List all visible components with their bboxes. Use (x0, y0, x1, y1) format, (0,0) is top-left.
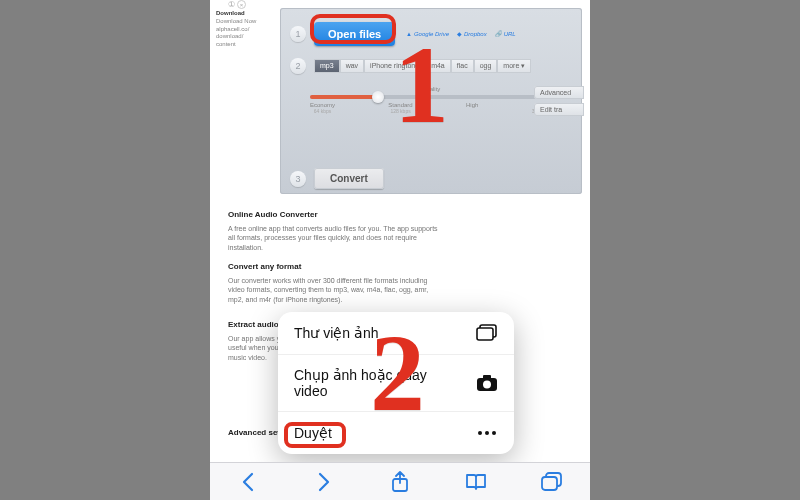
quality-label: Quality (310, 86, 552, 92)
convert-button[interactable]: Convert (314, 168, 384, 189)
format-tab-m4a[interactable]: m4a (425, 59, 451, 73)
dropbox-link[interactable]: ◆ Dropbox (457, 30, 487, 37)
quality-slider-group: Quality Economy64 kbps Standard128 kbps … (310, 86, 552, 114)
advanced-button[interactable]: Advanced (534, 86, 584, 99)
section-paragraph: Our converter works with over 300 differ… (228, 276, 438, 304)
ad-sidebar: Download Download Now alphacell.co/ down… (216, 10, 274, 49)
svg-point-5 (478, 431, 482, 435)
open-files-button[interactable]: Open files (314, 22, 395, 46)
svg-point-7 (492, 431, 496, 435)
section-online-audio-converter: Online Audio Converter A free online app… (228, 210, 438, 252)
ad-line: alphacell.co/ (216, 26, 274, 34)
quality-ticks: Economy64 kbps Standard128 kbps High Bes… (310, 102, 552, 114)
ad-line: Download Now (216, 18, 274, 26)
share-button[interactable] (388, 470, 412, 494)
step-number: 2 (290, 58, 306, 74)
format-tabs: mp3 wav iPhone ringtone m4a flac ogg mor… (314, 59, 531, 73)
edit-track-button[interactable]: Edit tra (534, 103, 584, 116)
format-tab-wav[interactable]: wav (340, 59, 364, 73)
file-picker-popup: Thư viện ảnh Chụp ảnh hoặc quay video Du… (278, 312, 514, 454)
popup-item-label: Duyệt (294, 425, 332, 441)
step-number: 1 (290, 26, 306, 42)
step-1: 1 Open files (290, 22, 395, 46)
forward-button[interactable] (312, 470, 336, 494)
svg-point-6 (485, 431, 489, 435)
bookmarks-button[interactable] (464, 470, 488, 494)
step-2: 2 mp3 wav iPhone ringtone m4a flac ogg m… (290, 58, 531, 74)
format-tab-flac[interactable]: flac (451, 59, 474, 73)
page: ① × Download Download Now alphacell.co/ … (210, 0, 590, 500)
svg-rect-1 (477, 328, 493, 340)
section-paragraph: A free online app that converts audio fi… (228, 224, 438, 252)
cloud-source-links: ▲ Google Drive ◆ Dropbox 🔗 URL (406, 30, 516, 37)
svg-rect-3 (483, 375, 491, 379)
ad-line: content (216, 41, 274, 49)
popup-take-photo-video[interactable]: Chụp ảnh hoặc quay video (278, 354, 514, 411)
format-tab-mp3[interactable]: mp3 (314, 59, 340, 73)
ad-marker: ① × (228, 0, 246, 9)
google-drive-link[interactable]: ▲ Google Drive (406, 30, 449, 37)
phone-frame: ① × Download Download Now alphacell.co/ … (210, 0, 590, 500)
popup-photo-library[interactable]: Thư viện ảnh (278, 312, 514, 354)
tabs-button[interactable] (540, 470, 564, 494)
quality-fill (310, 95, 378, 99)
camera-icon (476, 374, 498, 392)
back-button[interactable] (236, 470, 260, 494)
format-tab-ogg[interactable]: ogg (474, 59, 498, 73)
side-buttons: Advanced Edit tra (534, 86, 584, 116)
step-number: 3 (290, 171, 306, 187)
format-tab-more[interactable]: more ▾ (497, 59, 531, 73)
photo-library-icon (476, 324, 498, 342)
url-link[interactable]: 🔗 URL (495, 30, 516, 37)
popup-browse[interactable]: Duyệt (278, 411, 514, 454)
ad-download-title: Download (216, 10, 274, 18)
svg-point-4 (483, 381, 491, 389)
converter-card: 1 Open files ▲ Google Drive ◆ Dropbox 🔗 … (280, 8, 582, 194)
section-heading: Convert any format (228, 262, 438, 273)
section-heading: Online Audio Converter (228, 210, 438, 221)
format-tab-iphone[interactable]: iPhone ringtone (364, 59, 425, 73)
safari-toolbar (210, 462, 590, 500)
popup-item-label: Thư viện ảnh (294, 325, 379, 341)
step-3: 3 Convert (290, 168, 384, 189)
popup-item-label: Chụp ảnh hoặc quay video (294, 367, 454, 399)
ad-info-icon: ① (228, 0, 235, 9)
section-convert-any-format: Convert any format Our converter works w… (228, 262, 438, 304)
more-icon (476, 424, 498, 442)
quality-thumb[interactable] (372, 91, 384, 103)
svg-rect-10 (542, 477, 557, 490)
quality-slider[interactable] (310, 95, 552, 99)
ad-line: download/ (216, 33, 274, 41)
ad-close-icon[interactable]: × (237, 0, 246, 9)
